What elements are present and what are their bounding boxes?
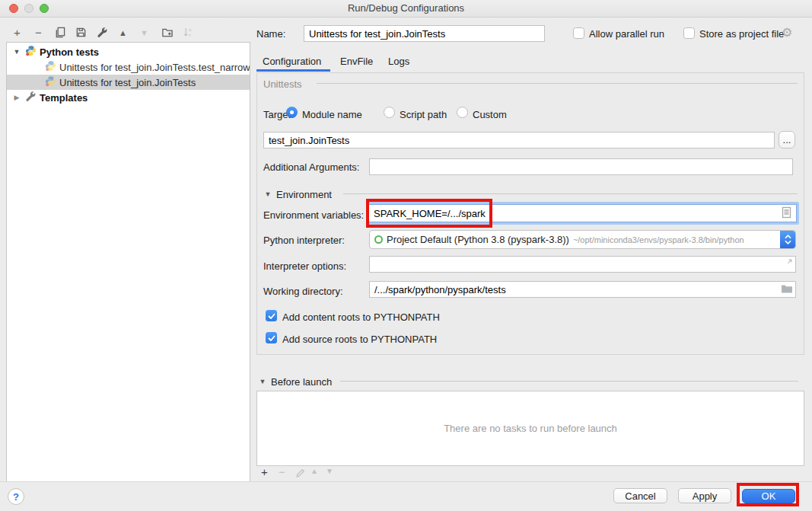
python-test-config-icon [45, 75, 56, 89]
chevron-collapsed-icon[interactable]: ▶ [13, 94, 21, 101]
section-divider [340, 381, 798, 382]
add-source-roots-checkbox[interactable] [266, 332, 277, 343]
add-configuration-button[interactable]: + [11, 26, 24, 39]
move-task-up-button: ▲ [310, 467, 318, 475]
run-debug-configurations-dialog: Run/Debug Configurations + − ▲ ▼ a z ▼ [0, 0, 812, 511]
window-title: Run/Debug Configurations [0, 0, 812, 17]
tree-group-label: Templates [40, 92, 88, 104]
tree-group-templates[interactable]: ▶ Templates [7, 90, 250, 105]
radio-custom-label: Custom [473, 109, 507, 120]
configuration-panel: Unittests Target: Module name Script pat… [256, 72, 804, 355]
python-interpreter-path: ~/opt/miniconda3/envs/pyspark-3.8/bin/py… [573, 235, 744, 244]
edit-templates-wrench-icon[interactable] [96, 26, 109, 39]
environment-variables-field-focused[interactable]: SPARK_HOME=/.../spark [366, 202, 799, 225]
before-launch-empty-message: There are no tasks to run before launch [444, 423, 617, 434]
browse-environment-variables-icon[interactable] [782, 206, 791, 221]
tree-group-python-tests[interactable]: ▼ Python tests [7, 44, 250, 59]
interpreter-options-label: Interpreter options: [263, 260, 346, 272]
working-directory-input[interactable] [369, 281, 796, 298]
radio-script-path[interactable] [384, 107, 395, 118]
copy-configuration-icon[interactable] [53, 26, 66, 39]
remove-task-button: − [279, 465, 285, 478]
folder-icon[interactable] [781, 283, 793, 296]
chevron-expanded-icon[interactable]: ▼ [13, 48, 21, 56]
environment-variables-label: Environment variables: [263, 209, 364, 221]
footer-divider [0, 481, 812, 482]
allow-parallel-run-checkbox[interactable] [573, 27, 584, 39]
before-launch-task-list: There are no tasks to run before launch [256, 391, 804, 466]
combobox-stepper-icon[interactable] [780, 231, 795, 248]
tab-envfile[interactable]: EnvFile [340, 56, 373, 67]
group-divider [317, 83, 798, 84]
expand-field-icon[interactable] [782, 258, 793, 271]
minimize-window-button[interactable] [24, 4, 33, 13]
tree-item-test-narrow[interactable]: Unittests for test_join.JoinTests.test_n… [7, 59, 250, 75]
move-task-down-button: ▼ [326, 467, 333, 475]
interpreter-options-input[interactable] [369, 256, 796, 273]
python-interpreter-value: Project Default (Python 3.8 (pyspark-3.8… [387, 234, 569, 245]
before-launch-section-label: Before launch [271, 376, 332, 388]
tab-configuration[interactable]: Configuration [263, 56, 321, 67]
cancel-button[interactable]: Cancel [613, 488, 667, 503]
conda-environment-icon [374, 235, 383, 244]
name-label: Name: [256, 28, 285, 40]
close-window-button[interactable] [9, 4, 18, 13]
working-directory-label: Working directory: [263, 286, 343, 297]
active-tab-underline [256, 69, 330, 72]
sort-configurations-icon: a z [181, 26, 194, 39]
move-down-button: ▼ [138, 26, 151, 39]
environment-section-label: Environment [276, 189, 332, 200]
zoom-window-button[interactable] [40, 4, 49, 13]
add-task-button[interactable]: + [261, 465, 268, 478]
before-launch-collapse-icon[interactable]: ▼ [259, 378, 266, 385]
radio-script-path-label: Script path [400, 109, 447, 120]
add-content-roots-checkbox[interactable] [266, 310, 277, 321]
svg-text:z: z [188, 32, 190, 37]
python-interpreter-combobox[interactable]: Project Default (Python 3.8 (pyspark-3.8… [369, 230, 796, 249]
environment-collapse-icon[interactable]: ▼ [264, 190, 272, 198]
tab-logs[interactable]: Logs [388, 56, 409, 67]
environment-variables-value: SPARK_HOME=/.../spark [374, 208, 486, 219]
store-as-project-file-label: Store as project file [699, 28, 784, 40]
python-test-config-icon [45, 60, 56, 74]
tree-item-label: Unittests for test_join.JoinTests.test_n… [59, 62, 250, 73]
additional-arguments-input[interactable] [369, 158, 793, 175]
templates-wrench-icon [25, 91, 37, 104]
apply-button[interactable]: Apply [678, 488, 731, 503]
tree-item-join-tests-selected[interactable]: Unittests for test_join.JoinTests [7, 75, 250, 90]
svg-text:a: a [188, 27, 191, 32]
ok-button[interactable]: OK [742, 489, 795, 503]
move-up-button[interactable]: ▲ [116, 26, 129, 39]
help-button[interactable]: ? [8, 488, 24, 505]
section-divider [343, 193, 798, 194]
configurations-tree: ▼ Python tests Unittests for test_join.J… [6, 42, 250, 482]
browse-target-button[interactable]: ... [779, 131, 795, 149]
save-configuration-icon[interactable] [75, 26, 88, 39]
remove-configuration-button[interactable]: − [32, 26, 45, 39]
tree-group-label: Python tests [40, 46, 99, 58]
tree-item-label: Unittests for test_join.JoinTests [59, 77, 196, 88]
name-input[interactable] [304, 25, 545, 42]
edit-task-pencil-icon [295, 468, 306, 481]
additional-arguments-label: Additional Arguments: [263, 161, 359, 173]
radio-custom[interactable] [457, 107, 468, 118]
store-as-project-file-checkbox[interactable] [683, 27, 695, 39]
radio-module-name[interactable] [286, 107, 298, 118]
title-bar: Run/Debug Configurations [0, 0, 812, 18]
radio-module-name-label: Module name [302, 109, 362, 120]
unittests-group-label: Unittests [263, 78, 302, 90]
target-module-input[interactable] [263, 132, 775, 149]
gear-icon[interactable]: ⚙ [782, 25, 792, 40]
new-folder-icon[interactable] [161, 26, 174, 39]
python-interpreter-label: Python interpreter: [263, 235, 345, 246]
add-content-roots-label: Add content roots to PYTHONPATH [282, 311, 440, 323]
allow-parallel-run-label: Allow parallel run [589, 28, 664, 40]
python-tests-icon [25, 45, 37, 59]
add-source-roots-label: Add source roots to PYTHONPATH [282, 334, 437, 345]
